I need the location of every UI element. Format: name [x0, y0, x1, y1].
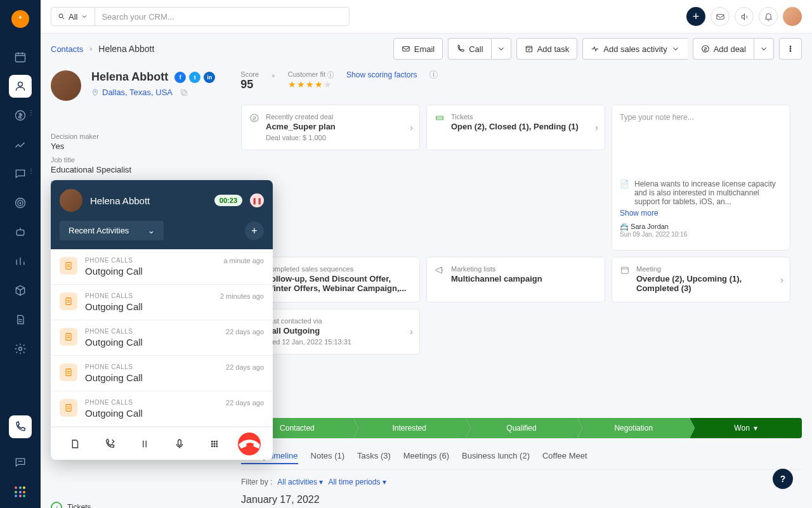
filter-activities[interactable]: All activities ▾ — [277, 478, 323, 486]
add-deal-button[interactable]: Add deal — [693, 38, 754, 60]
copy-icon[interactable] — [180, 88, 188, 97]
svg-rect-11 — [526, 46, 532, 52]
call-activity-row[interactable]: PHONE CALLSOutgoing Call22 days ago — [51, 391, 273, 427]
info-icon[interactable]: i — [429, 70, 437, 79]
stage-interested[interactable]: Interested — [353, 418, 466, 438]
nav-deals-icon[interactable]: ⋮ — [9, 104, 32, 127]
email-button[interactable]: Email — [393, 38, 443, 60]
stage-qualified[interactable]: Qualified — [466, 418, 578, 438]
call-keypad-button[interactable] — [203, 433, 226, 455]
call-activity-row[interactable]: PHONE CALLSOutgoing Call2 minutes ago — [51, 285, 273, 320]
call-hangup-button[interactable] — [238, 433, 261, 455]
deal-card[interactable]: Recently created dealAcme_Super planDeal… — [241, 105, 420, 150]
nav-apps-icon[interactable] — [15, 486, 26, 498]
tab-meetings[interactable]: Meetings (6) — [403, 451, 449, 464]
tab-business-lunch[interactable]: Business lunch (2) — [462, 451, 530, 464]
call-pause-button[interactable]: ❚❚ — [250, 193, 264, 207]
svg-rect-17 — [183, 91, 187, 95]
call-activity-row[interactable]: PHONE CALLSOutgoing Call22 days ago — [51, 356, 273, 391]
nav-settings-icon[interactable] — [9, 337, 32, 360]
call-button[interactable]: Call — [448, 38, 490, 60]
clipboard-icon — [60, 328, 77, 346]
tab-notes[interactable]: Notes (1) — [311, 451, 344, 464]
add-deal-dropdown-button[interactable] — [754, 38, 774, 60]
chevron-right-icon: › — [780, 275, 783, 285]
nav-docs-icon[interactable] — [9, 308, 32, 331]
search-scope-button[interactable]: All — [51, 8, 95, 25]
meeting-icon — [620, 265, 630, 275]
nav-contacts-icon[interactable]: ⋮ — [9, 75, 32, 98]
svg-point-7 — [19, 348, 22, 351]
svg-point-36 — [216, 446, 218, 447]
user-avatar[interactable] — [783, 7, 802, 26]
call-activity-row[interactable]: PHONE CALLSOutgoing Call22 days ago — [51, 320, 273, 356]
call-hold-button[interactable] — [133, 433, 156, 455]
announce-button[interactable] — [735, 7, 754, 26]
call-add-button[interactable]: + — [245, 221, 264, 240]
nav-goals-icon[interactable] — [9, 192, 32, 214]
add-new-button[interactable]: + — [686, 7, 705, 26]
note-input[interactable] — [620, 113, 782, 170]
mail-button[interactable] — [710, 7, 730, 26]
show-more-link[interactable]: Show more — [620, 209, 782, 218]
chevron-down-icon — [81, 13, 88, 20]
call-notes-button[interactable] — [63, 433, 86, 455]
call-dropdown-button[interactable] — [491, 38, 511, 60]
twitter-icon[interactable]: t — [189, 72, 200, 83]
call-mute-button[interactable] — [168, 433, 191, 455]
nav-calendar-icon[interactable] — [9, 46, 32, 68]
breadcrumb-bar: Contacts › Helena Abbott Email Call Add … — [41, 34, 812, 64]
search-input[interactable] — [95, 12, 349, 22]
call-widget: Helena Abbott 00:23 ❚❚ Recent Activities… — [51, 180, 273, 460]
nav-reports-icon[interactable] — [9, 133, 32, 156]
add-task-button[interactable]: Add task — [516, 38, 578, 60]
svg-point-14 — [790, 48, 791, 49]
tickets-card[interactable]: TicketsOpen (2), Closed (1), Pending (1)… — [426, 105, 605, 150]
notifications-button[interactable] — [759, 7, 778, 26]
svg-rect-10 — [402, 47, 409, 51]
filter-time[interactable]: All time periods ▾ — [328, 478, 386, 486]
svg-point-13 — [790, 46, 791, 48]
recent-activities-dropdown[interactable]: Recent Activities⌄ — [60, 221, 164, 240]
nav-bot-icon[interactable] — [9, 221, 32, 244]
nav-analytics-icon[interactable] — [9, 250, 32, 273]
clipboard-icon — [60, 363, 77, 381]
scoring-factors-link[interactable]: Show scoring factors — [346, 70, 417, 79]
breadcrumb-current: Helena Abbott — [98, 44, 154, 54]
nav-phone-icon[interactable] — [9, 415, 32, 438]
deal-icon — [249, 113, 259, 123]
search-scope-label: All — [69, 12, 77, 22]
linkedin-icon[interactable]: in — [204, 72, 215, 83]
svg-rect-21 — [622, 267, 629, 273]
app-logo[interactable] — [11, 10, 29, 28]
contact-avatar — [51, 70, 81, 101]
nav-products-icon[interactable] — [9, 279, 32, 302]
contact-info-panel: Decision maker Yes Job title Educational… — [51, 127, 228, 187]
nav-messages-icon[interactable]: ⋮ — [9, 162, 32, 185]
svg-rect-18 — [181, 89, 185, 94]
customer-fit-stars: ★★★★★ — [288, 79, 334, 89]
help-button[interactable]: ? — [773, 469, 793, 489]
contact-location[interactable]: Dallas, Texas, USA — [102, 88, 173, 97]
stage-negotiation[interactable]: Negotiation — [577, 418, 690, 438]
facebook-icon[interactable]: f — [174, 72, 186, 83]
meeting-card[interactable]: MeetingOverdue (2), Upcoming (1), Comple… — [612, 257, 790, 303]
more-actions-button[interactable] — [779, 38, 802, 60]
tab-coffee-meet[interactable]: Coffee Meet — [542, 451, 587, 464]
call-transfer-button[interactable] — [98, 433, 121, 455]
svg-point-31 — [211, 443, 213, 445]
breadcrumb-root[interactable]: Contacts — [51, 44, 83, 54]
call-activity-row[interactable]: PHONE CALLSOutgoing Calla minute ago — [51, 249, 273, 285]
chevron-right-icon: › — [595, 122, 598, 133]
sidebar-tickets-section[interactable]: ✓Tickets — [51, 502, 91, 508]
chevron-right-icon: › — [410, 122, 413, 133]
score-value: 95 — [240, 78, 259, 91]
megaphone-icon — [435, 265, 445, 275]
nav-chat-icon[interactable] — [9, 451, 32, 474]
svg-rect-27 — [178, 440, 181, 445]
tab-tasks[interactable]: Tasks (3) — [357, 451, 391, 464]
svg-point-29 — [214, 441, 215, 442]
add-sales-activity-button[interactable]: Add sales activity — [582, 38, 687, 60]
stage-won[interactable]: Won ▾ — [690, 418, 802, 438]
chevron-right-icon: › — [410, 327, 413, 337]
